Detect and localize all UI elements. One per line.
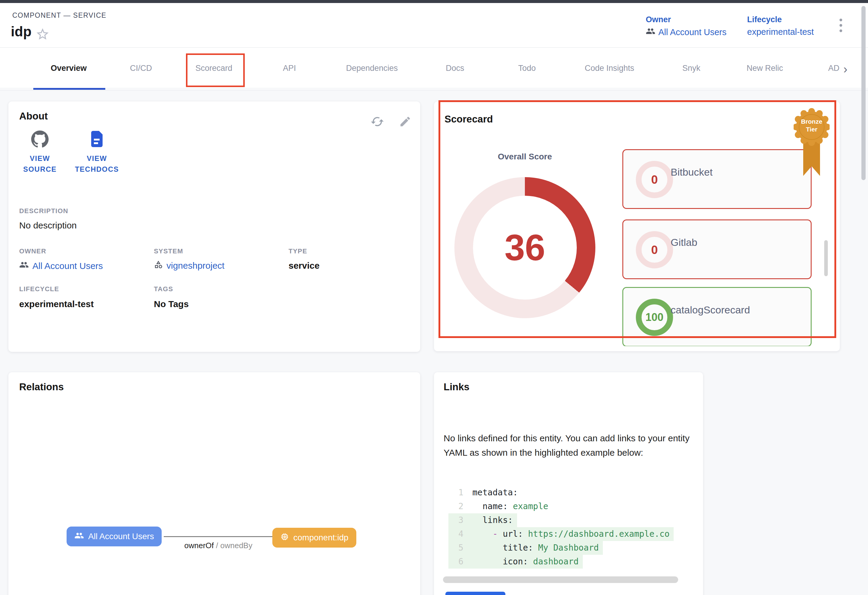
tab-ad-truncated[interactable]: AD bbox=[828, 64, 840, 73]
edit-pencil-icon[interactable] bbox=[399, 115, 412, 129]
header-divider bbox=[0, 47, 868, 48]
about-card: About VIEW SOURCE VIEW TECHDOCS DESCRI bbox=[8, 101, 420, 352]
relations-card-title: Relations bbox=[19, 381, 64, 393]
tags-value: No Tags bbox=[154, 299, 189, 309]
relations-card: Relations All Account Users component:id… bbox=[8, 372, 420, 595]
breadcrumb: COMPONENT — SERVICE bbox=[12, 12, 106, 19]
owner-label: Owner bbox=[646, 15, 671, 24]
overall-score-donut: 36 bbox=[455, 177, 595, 318]
tab-dependencies[interactable]: Dependencies bbox=[346, 64, 398, 73]
github-icon bbox=[31, 130, 49, 149]
badge-text-line1: Bronze bbox=[794, 118, 830, 126]
refresh-icon[interactable] bbox=[371, 115, 384, 130]
lifecycle-value: experimental-test bbox=[747, 27, 814, 37]
system-field-label: SYSTEM bbox=[154, 247, 183, 255]
entry-name: Bitbucket bbox=[671, 166, 713, 178]
edge-label-ownedby: ownedBy bbox=[220, 541, 252, 550]
relation-node-owner[interactable]: All Account Users bbox=[66, 527, 162, 546]
code-line-highlighted: 4 - url: https://dashboard.example.co bbox=[449, 527, 674, 541]
tab-code-insights[interactable]: Code Insights bbox=[585, 64, 634, 73]
description-label: DESCRIPTION bbox=[19, 207, 68, 215]
badge-text-line2: Tier bbox=[794, 126, 830, 133]
owner-field-label: OWNER bbox=[19, 247, 46, 255]
edge-label-ownerof: ownerOf bbox=[185, 541, 214, 550]
score-ring: 0 bbox=[636, 231, 673, 268]
relation-node-owner-label: All Account Users bbox=[88, 532, 154, 541]
entry-name: Gitlab bbox=[671, 237, 697, 248]
code-line-highlighted: 6 icon: dashboard bbox=[449, 555, 583, 568]
view-techdocs-label: VIEW TECHDOCS bbox=[71, 153, 123, 175]
relation-node-component[interactable]: component:idp bbox=[272, 528, 356, 548]
tab-cicd[interactable]: CI/CD bbox=[130, 64, 152, 73]
tab-api[interactable]: API bbox=[283, 64, 296, 73]
lifecycle-field-label: LIFECYCLE bbox=[19, 285, 59, 293]
scorecard-entries-list: 0 Bitbucket 0 Gitlab 100 catalogScorecar… bbox=[622, 149, 812, 346]
score-ring: 100 bbox=[636, 299, 673, 336]
code-horizontal-scrollbar[interactable] bbox=[443, 576, 678, 583]
techdocs-doc-icon bbox=[89, 130, 104, 149]
code-line: 2 name: example bbox=[449, 500, 552, 514]
score-ring: 0 bbox=[636, 161, 673, 198]
scorecard-entry-catalogscorecard[interactable]: 100 catalogScorecard bbox=[622, 287, 812, 346]
code-line: 1metadata: bbox=[449, 486, 522, 500]
overall-score-label: Overall Score bbox=[480, 152, 570, 161]
people-icon bbox=[74, 531, 84, 542]
links-empty-message: No links defined for this entity. You ca… bbox=[444, 431, 695, 460]
tabs-divider bbox=[0, 90, 868, 91]
code-line-highlighted: 3 links: bbox=[449, 514, 517, 527]
type-field-label: TYPE bbox=[289, 247, 307, 255]
yaml-code-block: 1metadata: 2 name: example 3 links: 4 - … bbox=[449, 486, 686, 573]
owner-link-text: All Account Users bbox=[658, 27, 726, 37]
tab-snyk[interactable]: Snyk bbox=[682, 64, 700, 73]
owner-link[interactable]: All Account Users bbox=[646, 27, 726, 38]
page-title: idp bbox=[11, 24, 31, 40]
tags-field-label: TAGS bbox=[154, 285, 173, 293]
scorecard-entry-bitbucket[interactable]: 0 Bitbucket bbox=[622, 149, 812, 209]
relation-edge-label: ownerOf / ownedBy bbox=[164, 541, 272, 550]
entity-page: COMPONENT — SERVICE idp Owner All Accoun… bbox=[0, 0, 868, 595]
relation-node-component-label: component:idp bbox=[293, 533, 348, 542]
edge-label-separator: / bbox=[214, 541, 220, 550]
view-techdocs-link[interactable]: VIEW TECHDOCS bbox=[71, 130, 123, 175]
active-tab-underline bbox=[33, 88, 105, 90]
scorecard-tab-highlight-box bbox=[186, 53, 245, 87]
relation-edge-line bbox=[164, 536, 272, 537]
view-source-label: VIEW SOURCE bbox=[15, 153, 65, 175]
bronze-tier-badge: Bronze Tier bbox=[794, 105, 830, 178]
chip-icon bbox=[280, 532, 289, 543]
scorecard-entry-gitlab[interactable]: 0 Gitlab bbox=[622, 219, 812, 279]
code-line-highlighted: 5 title: My Dashboard bbox=[449, 541, 603, 555]
about-system-link[interactable]: vigneshproject bbox=[154, 260, 224, 271]
tabs-overflow-chevron-icon[interactable]: › bbox=[843, 62, 847, 76]
people-icon bbox=[646, 27, 655, 38]
tab-docs[interactable]: Docs bbox=[446, 64, 464, 73]
entity-header: COMPONENT — SERVICE idp Owner All Accoun… bbox=[0, 3, 868, 88]
about-owner-link[interactable]: All Account Users bbox=[19, 260, 103, 272]
browser-top-bar bbox=[0, 0, 868, 3]
scorecard-scrollbar-thumb[interactable] bbox=[824, 240, 828, 276]
type-value: service bbox=[289, 260, 319, 271]
view-source-link[interactable]: VIEW SOURCE bbox=[15, 130, 65, 175]
lifecycle-label: Lifecycle bbox=[747, 15, 782, 24]
tab-new-relic[interactable]: New Relic bbox=[747, 64, 783, 73]
links-card-title: Links bbox=[444, 381, 469, 393]
favorite-star-icon[interactable] bbox=[35, 27, 50, 41]
page-scrollbar-thumb[interactable] bbox=[861, 6, 866, 180]
links-card: Links No links defined for this entity. … bbox=[434, 372, 703, 595]
overall-score-value: 36 bbox=[455, 177, 595, 318]
cut-off-blue-button[interactable] bbox=[446, 592, 505, 595]
scorecard-card-title: Scorecard bbox=[444, 114, 493, 125]
people-icon bbox=[19, 260, 29, 272]
scorecard-card: Scorecard Overall Score 36 0 Bitbucket 0… bbox=[434, 101, 840, 351]
entry-name: catalogScorecard bbox=[671, 304, 750, 316]
tab-overview[interactable]: Overview bbox=[51, 64, 87, 73]
about-card-title: About bbox=[19, 111, 48, 122]
more-options-kebab-icon[interactable] bbox=[838, 19, 843, 37]
tab-todo[interactable]: Todo bbox=[518, 64, 536, 73]
about-lifecycle-value: experimental-test bbox=[19, 299, 94, 309]
about-owner-text: All Account Users bbox=[32, 261, 103, 271]
description-value: No description bbox=[19, 221, 77, 231]
about-system-text: vigneshproject bbox=[167, 260, 224, 271]
system-icon bbox=[154, 260, 163, 271]
